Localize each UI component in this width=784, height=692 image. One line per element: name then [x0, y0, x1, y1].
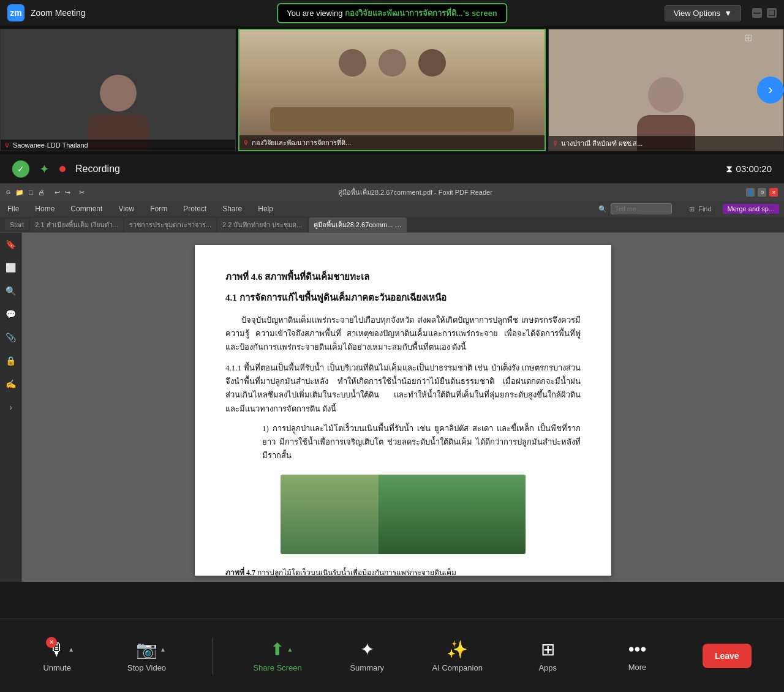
pdf-close-icon[interactable]: ✕	[769, 188, 778, 197]
ai-companion-label: AI Companion	[432, 663, 483, 672]
more-label: More	[628, 663, 647, 672]
pdf-tool-search[interactable]: 🔍	[4, 284, 18, 298]
stop-video-icon-wrap: 📷 ▲	[136, 639, 157, 660]
expand-participants-button[interactable]: ›	[757, 77, 784, 103]
restore-button[interactable]: □	[767, 8, 777, 18]
ai-companion-icon: ✨	[447, 639, 468, 660]
pdf-tab-3[interactable]: 2.2 บันทึกท่ายจำ ประชุมด...	[217, 217, 307, 232]
stop-video-group[interactable]: 📷 ▲ Stop Video	[122, 639, 171, 672]
pdf-paragraph-1: ปัจจุบันปัญหาดินเค็มแพร่กระจายไปเกือบทุก…	[225, 314, 581, 354]
share-screen-icon: ⬆	[270, 639, 284, 660]
stop-video-label: Stop Video	[127, 663, 166, 672]
camera-icon: 📷	[136, 639, 157, 660]
unmute-icon-wrap: 🎙 ✕ ▲	[48, 639, 66, 660]
recording-bar: ✓ ✦ Recording ⧗ 03:00:20	[0, 154, 784, 184]
pdf-menu-file[interactable]: File	[5, 203, 21, 214]
pdf-tool-sign[interactable]: ✍	[4, 377, 18, 391]
ai-companion-icon-wrap: ✨	[447, 639, 468, 660]
pdf-tool-comments[interactable]: 💬	[4, 307, 18, 321]
pdf-menu-share[interactable]: Share	[220, 203, 244, 214]
pdf-tab-1[interactable]: 2.1 สำเนียงพื้นเค็ม เงียนดำ...	[30, 217, 123, 232]
pdf-menu-view[interactable]: View	[116, 203, 137, 214]
participant-thumb-3[interactable]: 🎙 นางปราณี สีหบัณฑ์ ผชช.ส...	[548, 29, 784, 151]
recording-dot	[59, 166, 66, 172]
unmute-group[interactable]: 🎙 ✕ ▲ Unmute	[32, 639, 81, 672]
pdf-page: ภาพที่ 4.6 สภาพพื้นที่ดินเค็มชายทะเล 4.1…	[195, 245, 611, 576]
pdf-tabs: Start 2.1 สำเนียงพื้นเค็ม เงียนดำ... ราช…	[0, 217, 784, 233]
participant-thumb-2[interactable]: 🎙 กองวิจัยและพัฒนาการจัดการที่ดิ...	[238, 29, 546, 151]
pdf-find-label: Find	[698, 205, 711, 212]
pdf-tool-security[interactable]: 🔒	[4, 354, 18, 367]
pdf-toolbar-area: 🔖 ⬜ 🔍 💬 📎 🔒 ✍ › ภาพที่ 4.6 สภาพพื้นที่ดิ…	[0, 233, 784, 582]
pdf-viewer: G 📁□🖨 ↩↪ ✂ คู่มือพื้นเค็ม28.2.67comment.…	[0, 184, 784, 582]
ai-sparkle-icon: ✦	[39, 162, 50, 176]
recording-label: Recording	[75, 164, 120, 175]
apps-icon: ⊞	[541, 639, 555, 660]
share-screen-group[interactable]: ⬆ ▲ Share Screen	[253, 639, 302, 672]
apps-group[interactable]: ⊞ Apps	[523, 639, 572, 672]
pdf-expand-icon[interactable]: ›	[4, 401, 18, 414]
pdf-tool-layers[interactable]: ⬜	[4, 261, 18, 274]
pdf-forest-image	[281, 475, 526, 554]
pdf-titlebar: G 📁□🖨 ↩↪ ✂ คู่มือพื้นเค็ม28.2.67comment.…	[0, 184, 784, 201]
bottom-toolbar: 🎙 ✕ ▲ Unmute 📷 ▲ Stop Video ⬆ ▲ Share Sc…	[0, 619, 784, 692]
pdf-settings-icon[interactable]: ⚙	[758, 188, 766, 197]
leave-button[interactable]: Leave	[703, 644, 752, 668]
more-icon-wrap: •••	[628, 639, 646, 659]
pdf-menu-comment[interactable]: Comment	[68, 203, 105, 214]
hourglass-icon: ⧗	[726, 164, 733, 175]
pdf-tab-close-icon[interactable]: ✕	[397, 221, 402, 228]
summary-group[interactable]: ✦ Summary	[342, 639, 391, 672]
mute-x-indicator: ✕	[46, 637, 57, 648]
minimize-button[interactable]: ─	[752, 8, 762, 18]
pdf-menu-protect[interactable]: Protect	[181, 203, 209, 214]
pdf-numbered-1: 1) การปลูกป่าและไม้โตเร็วบนเนินพื้นที่รั…	[262, 422, 581, 462]
pdf-tool-attachments[interactable]: 📎	[4, 331, 18, 344]
pdf-menu-form[interactable]: Form	[148, 203, 170, 214]
toolbar-divider-1	[212, 637, 213, 674]
title-bar: zm Zoom Meeting You are viewing กองวิจัย…	[0, 0, 784, 26]
ai-companion-group[interactable]: ✨ AI Companion	[432, 639, 483, 672]
window-controls: ─ □	[752, 8, 777, 18]
participants-bar: 🎙 Saowanee-LDD Thailand 🎙 กองวิจัยและพัฒ…	[0, 26, 784, 154]
grid-view-icon[interactable]: ⊞	[744, 32, 752, 43]
view-options-button[interactable]: View Options ▼	[665, 5, 741, 21]
stop-video-chevron-icon[interactable]: ▲	[160, 646, 166, 653]
more-group[interactable]: ••• More	[613, 639, 662, 672]
screen-share-banner: You are viewing กองวิจัยและพัฒนาการจัดกา…	[277, 3, 507, 23]
share-screen-icon-wrap: ⬆ ▲	[270, 639, 284, 660]
summary-label: Summary	[350, 663, 384, 672]
participant-thumb-1[interactable]: 🎙 Saowanee-LDD Thailand	[0, 29, 236, 151]
apps-icon-wrap: ⊞	[541, 639, 555, 660]
pdf-content-wrap: ภาพที่ 4.6 สภาพพื้นที่ดินเค็มชายทะเล 4.1…	[22, 233, 784, 582]
summary-icon: ✦	[360, 639, 374, 660]
shield-icon: ✓	[12, 160, 29, 178]
participant-label-2: 🎙 กองวิจัยและพัฒนาการจัดการที่ดิ...	[239, 135, 545, 150]
share-screen-label: Share Screen	[253, 663, 302, 672]
pdf-menu-home[interactable]: Home	[32, 203, 57, 214]
pdf-image-47	[225, 475, 581, 554]
pdf-left-toolbar: 🔖 ⬜ 🔍 💬 📎 🔒 ✍ ›	[0, 233, 22, 582]
unmute-chevron-icon[interactable]: ▲	[68, 646, 74, 653]
pdf-caption-47: ภาพที่ 4.7 การปลูกไม้โตเร็วบนเนินรับน้ำเ…	[225, 566, 581, 578]
pdf-menubar: File Home Comment View Form Protect Shar…	[0, 201, 784, 217]
summary-icon-wrap: ✦	[360, 639, 374, 660]
pdf-tool-bookmark[interactable]: 🔖	[4, 238, 18, 251]
pdf-tab-active[interactable]: คู่มือพื้นเค็ม28.2.67comm... ✕	[309, 217, 407, 232]
pdf-user-icon[interactable]: 👤	[746, 188, 755, 197]
pdf-section-title: ภาพที่ 4.6 สภาพพื้นที่ดินเค็มชายทะเล	[225, 269, 581, 284]
pdf-tab-2[interactable]: ราชการประชุมตกเะฯาจาร...	[124, 217, 216, 232]
pdf-menu-help[interactable]: Help	[255, 203, 276, 214]
pdf-search-area: 🔍	[598, 203, 672, 214]
pdf-merge-button[interactable]: Merge and sp...	[723, 204, 779, 214]
meeting-timer: ⧗ 03:00:20	[726, 164, 772, 175]
share-screen-chevron-icon[interactable]: ▲	[287, 646, 293, 653]
pdf-tell-me-input[interactable]	[611, 203, 672, 214]
apps-label: Apps	[538, 663, 557, 672]
zoom-logo: zm	[7, 4, 24, 21]
pdf-options-icon: ⊞	[689, 205, 695, 213]
participant-label-1: 🎙 Saowanee-LDD Thailand	[1, 140, 235, 151]
pdf-tab-start[interactable]: Start	[5, 219, 29, 230]
chevron-down-icon: ▼	[724, 9, 732, 18]
participant-label-3: 🎙 นางปราณี สีหบัณฑ์ ผชช.ส...	[549, 136, 783, 151]
